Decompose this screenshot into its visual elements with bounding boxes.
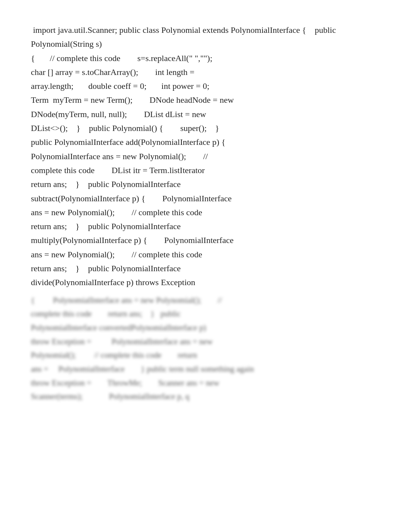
code-container: import java.util.Scanner; public class P… — [31, 23, 379, 404]
visible-code-block: import java.util.Scanner; public class P… — [31, 23, 379, 290]
blurred-code-block: { PolynomialInterface ans = new Polynomi… — [31, 294, 379, 404]
